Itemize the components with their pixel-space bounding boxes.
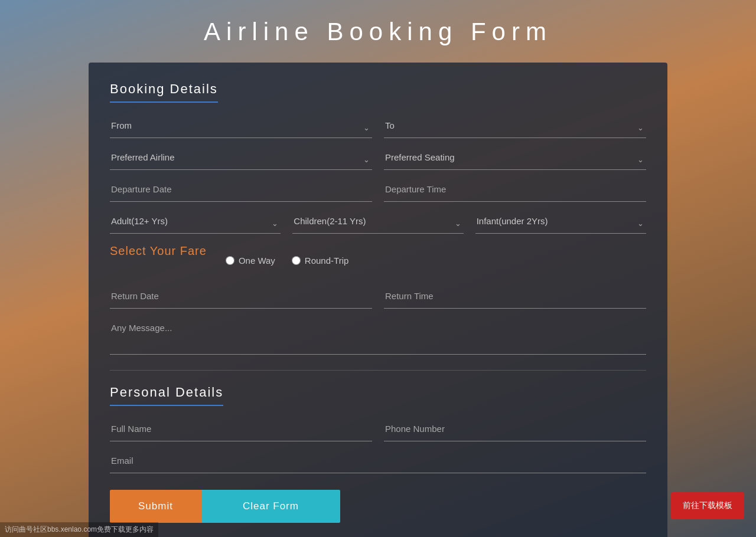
personal-section: Personal Details xyxy=(110,385,646,473)
section-divider xyxy=(110,370,646,371)
children-wrapper: Children(2-11 Yrs) 123 ⌄ xyxy=(292,212,463,234)
from-wrapper: From ⌄ xyxy=(110,117,372,138)
dep-time-wrapper xyxy=(384,181,646,202)
personal-section-title: Personal Details xyxy=(110,385,223,406)
from-select[interactable]: From xyxy=(110,117,372,134)
email-wrapper xyxy=(110,452,646,473)
one-way-label[interactable]: One Way xyxy=(226,256,275,266)
departure-row xyxy=(110,181,646,202)
dep-time-col xyxy=(384,181,646,202)
download-template-button[interactable]: 前往下载模板 xyxy=(671,492,744,519)
infant-select[interactable]: Infant(under 2Yrs) 12 xyxy=(475,212,646,230)
phone-input[interactable] xyxy=(384,420,646,437)
ret-time-wrapper xyxy=(384,287,646,309)
ret-date-wrapper xyxy=(110,287,372,309)
fare-row: Select Your Fare One Way Round-Trip xyxy=(110,244,646,277)
adult-select[interactable]: Adult(12+ Yrs) 1234 xyxy=(110,212,281,230)
airline-wrapper: Preferred Airline ⌄ xyxy=(110,149,372,170)
passenger-row: Adult(12+ Yrs) 1234 ⌄ Children(2-11 Yrs)… xyxy=(110,212,646,234)
submit-button[interactable]: Submit xyxy=(110,490,201,523)
page-title: Airline Booking Form xyxy=(204,0,552,63)
ret-time-col xyxy=(384,287,646,309)
seating-wrapper: Preferred Seating ⌄ xyxy=(384,149,646,170)
from-col: From ⌄ xyxy=(110,117,372,138)
infant-col: Infant(under 2Yrs) 12 ⌄ xyxy=(475,212,646,234)
one-way-text: One Way xyxy=(239,256,275,266)
form-container: Booking Details From ⌄ To ⌄ xyxy=(89,63,667,537)
from-to-row: From ⌄ To ⌄ xyxy=(110,117,646,138)
return-date-input[interactable] xyxy=(110,287,372,304)
departure-time-input[interactable] xyxy=(384,181,646,198)
return-time-input[interactable] xyxy=(384,287,646,304)
dep-date-wrapper xyxy=(110,181,372,202)
name-phone-row xyxy=(110,420,646,441)
dep-date-col xyxy=(110,181,372,202)
adult-wrapper: Adult(12+ Yrs) 1234 ⌄ xyxy=(110,212,281,234)
email-input[interactable] xyxy=(110,452,646,469)
watermark: 访问曲号社区bbs.xenlao.com免费下载更多内容 xyxy=(0,522,158,537)
message-input[interactable] xyxy=(110,319,646,355)
round-trip-radio[interactable] xyxy=(292,256,301,265)
airline-seating-row: Preferred Airline ⌄ Preferred Seating ⌄ xyxy=(110,149,646,170)
phone-col xyxy=(384,420,646,441)
round-trip-text: Round-Trip xyxy=(305,256,348,266)
message-col xyxy=(110,319,646,357)
booking-section: Booking Details From ⌄ To ⌄ xyxy=(110,81,646,357)
ret-date-col xyxy=(110,287,372,309)
full-name-col xyxy=(110,420,372,441)
clear-form-button[interactable]: Clear Form xyxy=(201,490,340,523)
full-name-wrapper xyxy=(110,420,372,441)
preferred-airline-select[interactable]: Preferred Airline xyxy=(110,149,372,166)
fare-label: Select Your Fare xyxy=(110,244,207,263)
to-select[interactable]: To xyxy=(384,117,646,134)
email-row xyxy=(110,452,646,473)
buttons-row: Submit Clear Form xyxy=(110,490,646,523)
seating-col: Preferred Seating ⌄ xyxy=(384,149,646,170)
preferred-seating-select[interactable]: Preferred Seating xyxy=(384,149,646,166)
phone-wrapper xyxy=(384,420,646,441)
message-row xyxy=(110,319,646,357)
children-select[interactable]: Children(2-11 Yrs) 123 xyxy=(292,212,463,230)
return-row xyxy=(110,287,646,309)
to-col: To ⌄ xyxy=(384,117,646,138)
booking-section-title: Booking Details xyxy=(110,81,218,103)
children-col: Children(2-11 Yrs) 123 ⌄ xyxy=(292,212,463,234)
fare-radio-group: One Way Round-Trip xyxy=(226,256,348,266)
departure-date-input[interactable] xyxy=(110,181,372,198)
one-way-radio[interactable] xyxy=(226,256,234,265)
airline-col: Preferred Airline ⌄ xyxy=(110,149,372,170)
round-trip-label[interactable]: Round-Trip xyxy=(292,256,348,266)
infant-wrapper: Infant(under 2Yrs) 12 ⌄ xyxy=(475,212,646,234)
to-wrapper: To ⌄ xyxy=(384,117,646,138)
full-name-input[interactable] xyxy=(110,420,372,437)
email-col xyxy=(110,452,646,473)
adult-col: Adult(12+ Yrs) 1234 ⌄ xyxy=(110,212,281,234)
